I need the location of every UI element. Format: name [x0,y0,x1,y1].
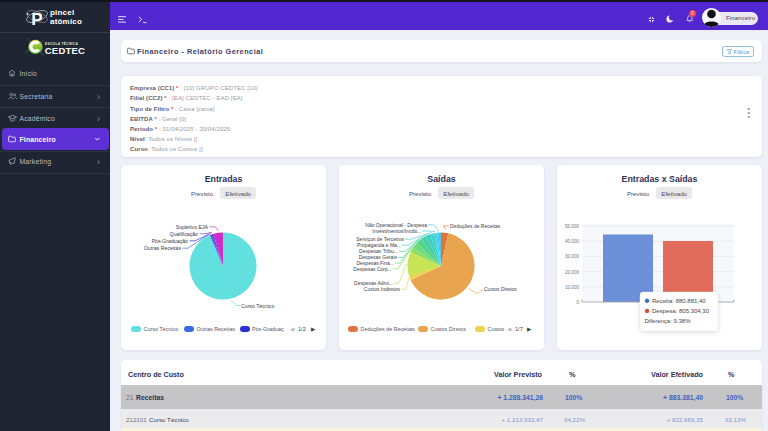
svg-text:CEDTEC: CEDTEC [45,45,85,56]
svg-text:Despesa: 805.304,30: Despesa: 805.304,30 [652,308,710,314]
svg-text:Qualificação: Qualificação [169,231,198,237]
svg-text:Investimentos/Imobi...: Investimentos/Imobi... [372,228,421,234]
svg-text:P: P [31,10,42,29]
svg-text:50,000: 50,000 [565,224,579,229]
svg-text:Curso Técnico: Curso Técnico [241,303,274,309]
svg-text:40,000: 40,000 [565,239,579,244]
svg-text:Despesas Corp...: Despesas Corp... [353,266,392,272]
svg-text:Custos Indiretos: Custos Indiretos [364,286,401,292]
svg-text:Deduções de Receitas: Deduções de Receitas [450,223,501,229]
svg-text:Receita: 880.881,40: Receita: 880.881,40 [652,298,706,304]
svg-text:Custos Diretos: Custos Diretos [484,286,517,292]
svg-text:20,000: 20,000 [565,270,579,275]
svg-text:Não Operacional - Despesa: Não Operacional - Despesa [365,222,427,228]
svg-text:Pós-Graduação: Pós-Graduação [152,238,188,244]
svg-text:Diferença: 9.38%: Diferença: 9.38% [645,318,692,324]
svg-text:10,000: 10,000 [565,285,579,290]
svg-text:Outras Receitas: Outras Receitas [144,245,182,251]
svg-text:0: 0 [576,300,579,305]
svg-text:30,000: 30,000 [565,254,579,259]
svg-text:Propaganda e Ma...: Propaganda e Ma... [357,242,401,248]
svg-text:Supletivo EJA: Supletivo EJA [176,224,209,230]
